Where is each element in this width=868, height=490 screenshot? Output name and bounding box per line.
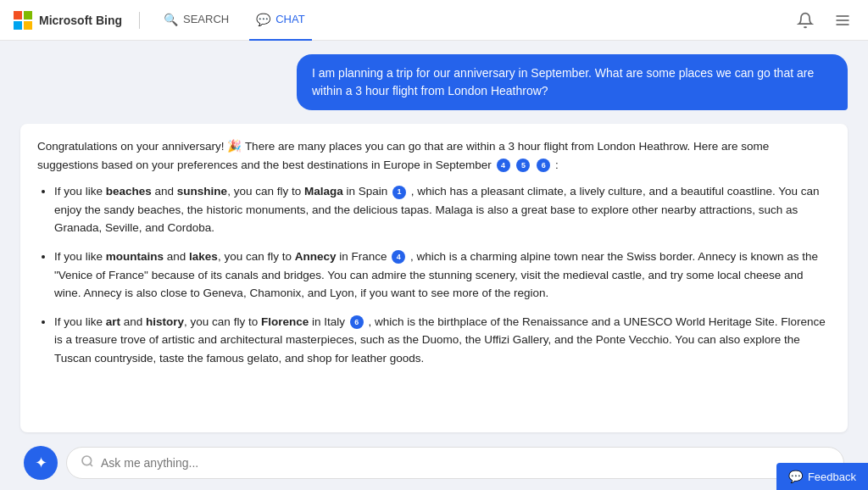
header-right (793, 8, 854, 32)
bing-chat-button[interactable]: ✦ (24, 446, 58, 480)
feedback-icon: 💬 (788, 470, 803, 483)
chat-input[interactable] (101, 456, 830, 470)
bold-lakes: lakes (189, 250, 218, 263)
ref-4: 4 (497, 159, 510, 172)
nav-search-label: SEARCH (183, 13, 229, 25)
list-item: If you like art and history, you can fly… (54, 313, 831, 368)
feedback-label: Feedback (808, 471, 856, 483)
chat-nav-icon: 💬 (256, 13, 270, 26)
bold-annecy: Annecy (295, 250, 337, 263)
nav-search[interactable]: 🔍 SEARCH (157, 0, 236, 41)
user-message: I am planning a trip for our anniversary… (297, 54, 848, 110)
svg-line-8 (90, 464, 92, 466)
ref-6: 6 (537, 159, 550, 172)
bold-florence: Florence (261, 315, 309, 328)
logo: Microsoft Bing (14, 11, 122, 30)
microsoft-logo-icon (14, 11, 32, 30)
ref-5: 5 (516, 159, 530, 172)
bold-history: history (146, 315, 184, 328)
logo-text: Microsoft Bing (39, 14, 122, 27)
nav-chat[interactable]: 💬 CHAT (249, 0, 311, 41)
menu-button[interactable] (831, 8, 854, 32)
main-content: I am planning a trip for our anniversary… (0, 41, 868, 490)
bold-sunshine: sunshine (177, 185, 227, 198)
ref-4b: 4 (392, 250, 405, 264)
input-bar: ✦ (20, 446, 848, 480)
search-nav-icon: 🔍 (164, 13, 178, 26)
notification-button[interactable] (793, 8, 817, 32)
input-wrapper (66, 447, 844, 479)
header: Microsoft Bing 🔍 SEARCH 💬 CHAT (0, 0, 868, 41)
bold-mountains: mountains (106, 250, 164, 263)
bot-suggestions-list: If you like beaches and sunshine, you ca… (37, 182, 831, 367)
svg-rect-0 (14, 11, 22, 19)
bell-icon (797, 12, 814, 29)
feedback-button[interactable]: 💬 Feedback (776, 463, 868, 490)
svg-rect-2 (14, 21, 22, 30)
ref-1: 1 (392, 186, 406, 199)
bold-beaches: beaches (106, 185, 152, 198)
bold-art: art (106, 315, 120, 328)
list-item: If you like mountains and lakes, you can… (54, 248, 831, 303)
chat-area: I am planning a trip for our anniversary… (0, 41, 868, 490)
svg-rect-3 (24, 21, 32, 30)
bot-response: Congratulations on your anniversary! 🎉 T… (20, 124, 848, 432)
bing-chat-icon: ✦ (35, 454, 47, 472)
hamburger-icon (834, 12, 851, 29)
input-search-icon (81, 454, 94, 471)
header-divider (139, 12, 140, 29)
list-item: If you like beaches and sunshine, you ca… (54, 182, 831, 237)
svg-point-7 (82, 456, 92, 465)
svg-rect-1 (24, 11, 32, 19)
nav-chat-label: CHAT (275, 13, 304, 25)
user-message-container: I am planning a trip for our anniversary… (20, 54, 848, 110)
bot-intro: Congratulations on your anniversary! 🎉 T… (37, 137, 831, 174)
bold-malaga: Malaga (304, 185, 343, 198)
ref-6b: 6 (350, 315, 364, 329)
